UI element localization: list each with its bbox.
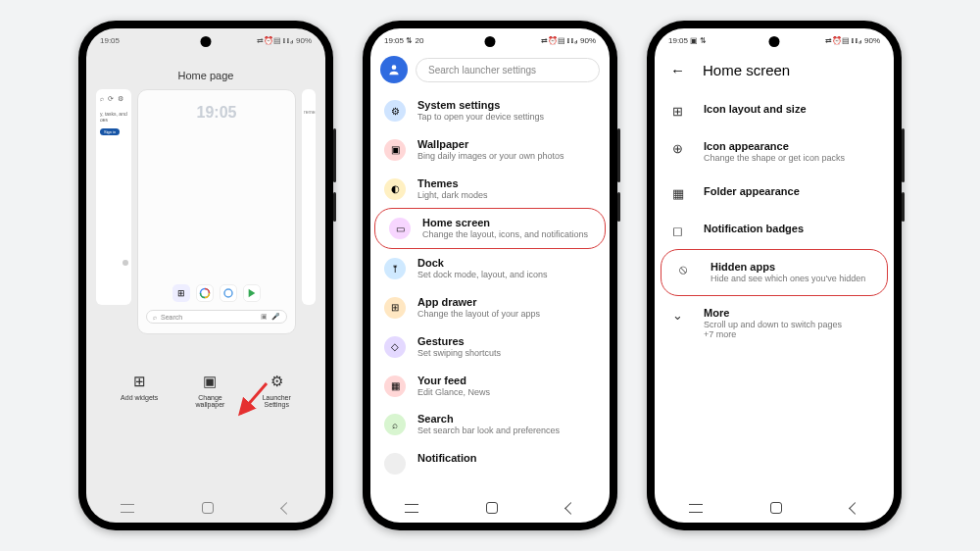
app-row: ⊞ (172, 284, 261, 302)
nav-recents[interactable] (121, 504, 134, 513)
phone-frame-3: 19:05 ▣ ⇅ ⇄ ⏰ ▤ ⫾ ⫾ ₐₗₗ 90% ← Home scree… (647, 21, 902, 530)
settings-item-system-settings[interactable]: ⚙System settingsTap to open your device … (370, 91, 610, 130)
home-edit-actions: ⊞ Add widgets ▣ Change wallpaper ⚙ Launc… (96, 374, 316, 409)
item-title: Your feed (417, 375, 596, 386)
status-icons: ⇄ ⏰ ▤ ⫾ ⫾ ₐₗₗ (825, 36, 860, 45)
google-icon[interactable] (196, 284, 214, 302)
status-right: ⇄ ⏰ ▤ ⫾ ⫾ ₐₗₗ 90% (825, 36, 880, 45)
phone-frame-2: 19:05 ⇅ 20 ⇄ ⏰ ▤ ⫾ ⫾ ₐₗₗ 90% Search laun… (363, 21, 617, 530)
item-icon: ⌕ (384, 414, 406, 435)
item-title: Folder appearance (704, 185, 800, 197)
wallpaper-icon: ▣ (203, 374, 217, 390)
search-icon[interactable]: ⌕ (100, 95, 104, 103)
item-icon: ⦸ (679, 262, 695, 277)
settings-item-dock[interactable]: ⤒DockSet dock mode, layout, and icons (370, 249, 610, 288)
item-subtitle: Tap to open your device settings (417, 112, 596, 123)
item-title: Gestures (417, 335, 596, 347)
change-wallpaper-button[interactable]: ▣ Change wallpaper (195, 374, 224, 409)
launcher-settings-button[interactable]: ⚙ Launcher Settings (263, 374, 291, 409)
lens-icon[interactable]: ▣ (261, 313, 268, 321)
item-icon: ⊞ (672, 104, 688, 119)
item-title: Themes (417, 177, 596, 189)
item-icon: ▭ (389, 218, 411, 239)
home-item-folder-appearance[interactable]: ▦Folder appearance (655, 175, 894, 212)
nav-home[interactable] (486, 502, 498, 514)
item-icon: ⤒ (384, 258, 406, 279)
nav-bar (370, 493, 610, 523)
swirl-icon[interactable] (220, 284, 237, 302)
status-time: 19:05 (100, 36, 120, 45)
home-item-icon-appearance[interactable]: ⊕Icon appearanceChange the shape or get … (655, 129, 894, 175)
app-icon[interactable]: ⊞ (172, 284, 190, 302)
edge-text: y, tasks, and oes (100, 111, 127, 123)
home-screen-list[interactable]: ⊞Icon layout and size⊕Icon appearanceCha… (655, 92, 894, 493)
settings-item-themes[interactable]: ◐ThemesLight, dark modes (370, 170, 610, 209)
item-icon: ⚙ (384, 100, 406, 122)
widgets-icon: ⊞ (133, 374, 146, 390)
item-subtitle: Change the shape or get icon packs (704, 153, 845, 164)
item-title: App drawer (417, 296, 596, 308)
item-title: Hidden apps (710, 261, 865, 273)
item-title: Notification badges (704, 223, 804, 234)
phone-frame-1: 19:05 ⇄ ⏰ ▤ ⫾ ⫾ ₐₗₗ 90% Home page ⌕ ⟳ ⚙ … (78, 21, 333, 530)
search-placeholder: Search (161, 314, 182, 321)
item-title: System settings (417, 99, 596, 111)
home-item-more[interactable]: ⌄MoreScroll up and down to switch pages … (655, 296, 894, 352)
refresh-icon[interactable]: ⟳ (108, 95, 114, 103)
item-subtitle: Set swiping shortcuts (417, 348, 596, 359)
nav-recents[interactable] (689, 504, 703, 513)
nav-home[interactable] (202, 502, 214, 514)
home-item-notification-badges[interactable]: ◻Notification badges (655, 212, 894, 249)
item-subtitle: Set dock mode, layout, and icons (417, 270, 596, 280)
home-page-preview[interactable]: 19:05 ⊞ (137, 89, 296, 334)
item-subtitle: Scroll up and down to switch pages +7 mo… (704, 320, 842, 341)
home-item-hidden-apps[interactable]: ⦸Hidden appsHide and see which ones you'… (661, 249, 888, 296)
nav-back[interactable] (280, 502, 293, 515)
nav-back[interactable] (849, 502, 861, 515)
settings-search[interactable]: Search launcher settings (416, 58, 600, 82)
play-store-icon[interactable] (243, 284, 261, 302)
settings-item-notification[interactable]: Notification (370, 444, 610, 482)
settings-item-wallpaper[interactable]: ▣WallpaperBing daily images or your own … (370, 130, 610, 170)
back-button[interactable]: ← (670, 62, 685, 78)
profile-avatar[interactable] (380, 56, 408, 83)
item-subtitle: Change the layout, icons, and notificati… (422, 229, 591, 240)
status-right: ⇄ ⏰ ▤ ⫾ ⫾ ₐₗₗ 90% (541, 36, 596, 45)
nav-recents[interactable] (405, 504, 418, 513)
home-item-icon-layout-and-size[interactable]: ⊞Icon layout and size (655, 92, 894, 129)
camera-hole (769, 36, 780, 47)
battery-pct: 90% (580, 36, 596, 45)
add-widgets-button[interactable]: ⊞ Add widgets (121, 374, 158, 409)
item-subtitle: Edit Glance, News (417, 387, 596, 398)
item-icon (384, 453, 406, 475)
camera-hole (485, 36, 496, 47)
search-icon: ⌕ (153, 314, 157, 321)
settings-item-home-screen[interactable]: ▭Home screenChange the layout, icons, an… (374, 208, 606, 249)
settings-list[interactable]: ⚙System settingsTap to open your device … (370, 91, 610, 493)
sign-in-button[interactable]: Sign in (100, 128, 120, 135)
settings-item-gestures[interactable]: ◇GesturesSet swiping shortcuts (370, 327, 610, 367)
settings-item-app-drawer[interactable]: ⊞App drawerChange the layout of your app… (370, 288, 610, 327)
mic-icon[interactable]: 🎤 (271, 313, 280, 321)
page-title: Home screen (703, 62, 790, 78)
item-title: More (704, 307, 842, 319)
item-title: Icon appearance (704, 140, 845, 152)
item-subtitle: Hide and see which ones you've hidden (710, 274, 865, 284)
status-time: 19:05 ▣ ⇅ (668, 36, 707, 45)
item-title: Search (417, 413, 596, 425)
page-header: ← Home screen (655, 52, 894, 92)
settings-item-your-feed[interactable]: ▦Your feedEdit Glance, News (370, 367, 610, 406)
screen-1: 19:05 ⇄ ⏰ ▤ ⫾ ⫾ ₐₗₗ 90% Home page ⌕ ⟳ ⚙ … (86, 28, 325, 523)
search-bar[interactable]: ⌕ Search ▣ 🎤 (146, 310, 287, 324)
settings-item-search[interactable]: ⌕SearchSet search bar look and preferenc… (370, 405, 610, 444)
item-icon: ⊞ (384, 297, 406, 319)
status-icons: ⇄ ⏰ ▤ ⫾ ⫾ ₐₗₗ (257, 36, 292, 45)
battery-pct: 90% (296, 36, 312, 45)
nav-back[interactable] (564, 502, 577, 515)
item-title: Notification (417, 452, 596, 464)
battery-pct: 90% (864, 36, 880, 45)
status-right: ⇄ ⏰ ▤ ⫾ ⫾ ₐₗₗ 90% (257, 36, 312, 45)
gear-icon[interactable]: ⚙ (118, 95, 123, 103)
nav-home[interactable] (770, 502, 782, 514)
status-time: 19:05 ⇅ 20 (384, 36, 423, 45)
